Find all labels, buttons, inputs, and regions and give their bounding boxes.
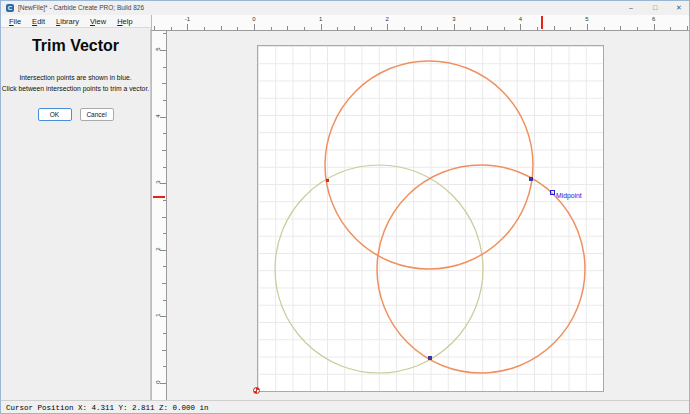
ruler-label: 4 bbox=[519, 16, 522, 22]
ruler-tick bbox=[163, 167, 166, 168]
intersection-point-red[interactable] bbox=[326, 179, 329, 182]
ruler-tick bbox=[171, 27, 172, 30]
ruler-tick bbox=[620, 26, 621, 30]
title-bar: C [NewFile]* - Carbide Create PRO; Build… bbox=[1, 1, 690, 15]
ruler-tick bbox=[554, 26, 555, 30]
ruler-label: 3 bbox=[452, 16, 455, 22]
ruler-tick bbox=[237, 27, 238, 30]
ruler-label: 5 bbox=[585, 16, 588, 22]
ruler-tick bbox=[163, 300, 166, 301]
ruler-tick bbox=[254, 24, 255, 30]
ruler-tick bbox=[321, 24, 322, 30]
ruler-tick bbox=[163, 233, 166, 234]
ruler-tick bbox=[163, 266, 166, 267]
ruler-tick bbox=[162, 350, 166, 351]
ruler-tick bbox=[537, 27, 538, 30]
ruler-tick bbox=[570, 27, 571, 30]
ruler-tick bbox=[454, 24, 455, 30]
ruler-tick bbox=[163, 366, 166, 367]
ruler-tick bbox=[163, 133, 166, 134]
menu-view[interactable]: View bbox=[90, 17, 106, 26]
ruler-label: 0 bbox=[155, 378, 161, 386]
panel-title: Trim Vector bbox=[1, 37, 150, 55]
ruler-tick bbox=[163, 333, 166, 334]
vector-drawing bbox=[167, 31, 690, 400]
circle-top-orange[interactable] bbox=[325, 61, 533, 269]
ruler-label: 3 bbox=[155, 178, 161, 186]
midpoint-snap-label: Midpoint bbox=[550, 190, 582, 199]
minimize-button[interactable]: – bbox=[619, 1, 643, 15]
ruler-label: 6 bbox=[652, 16, 655, 22]
ruler-tick bbox=[637, 27, 638, 30]
ruler-tick bbox=[354, 26, 355, 30]
status-bar: Cursor Position X: 4.311 Y: 2.811 Z: 0.0… bbox=[1, 400, 690, 414]
ruler-vertical: 012345 bbox=[151, 31, 167, 400]
instruction-line-1: Intersection points are shown in blue. bbox=[1, 72, 150, 83]
ruler-tick bbox=[163, 33, 166, 34]
ruler-label: 2 bbox=[386, 16, 389, 22]
menu-library[interactable]: Library bbox=[56, 17, 79, 26]
ruler-tick bbox=[187, 24, 188, 30]
ruler-tick bbox=[337, 27, 338, 30]
ruler-tick bbox=[487, 26, 488, 30]
ruler-tick bbox=[687, 26, 688, 30]
cursor-y-marker bbox=[153, 196, 165, 198]
ruler-tick bbox=[162, 283, 166, 284]
menu-help[interactable]: Help bbox=[117, 17, 132, 26]
ruler-tick bbox=[163, 67, 166, 68]
ruler-tick bbox=[371, 27, 372, 30]
trim-vector-panel: Trim Vector Intersection points are show… bbox=[1, 29, 151, 400]
menu-file[interactable]: File bbox=[9, 17, 21, 26]
ruler-tick bbox=[162, 150, 166, 151]
app-window: C [NewFile]* - Carbide Create PRO; Build… bbox=[0, 0, 690, 414]
design-canvas[interactable]: Midpoint bbox=[167, 31, 690, 400]
ruler-tick bbox=[163, 200, 166, 201]
cursor-position-text: Cursor Position X: 4.311 Y: 2.811 Z: 0.0… bbox=[6, 404, 209, 412]
circle-left-olive[interactable] bbox=[275, 165, 483, 373]
cursor-x-marker bbox=[541, 16, 543, 29]
ruler-tick bbox=[470, 27, 471, 30]
ruler-label: -1 bbox=[185, 16, 190, 22]
ruler-label: 1 bbox=[155, 311, 161, 319]
ruler-tick bbox=[604, 27, 605, 30]
ruler-horizontal: -10123456 bbox=[151, 15, 690, 31]
menu-edit[interactable]: Edit bbox=[32, 17, 45, 26]
ruler-tick bbox=[587, 24, 588, 30]
ruler-label: 4 bbox=[155, 112, 161, 120]
ruler-tick bbox=[437, 27, 438, 30]
ruler-tick bbox=[287, 26, 288, 30]
ruler-label: 1 bbox=[319, 16, 322, 22]
ruler-tick bbox=[221, 26, 222, 30]
ruler-tick bbox=[304, 27, 305, 30]
ruler-tick bbox=[421, 26, 422, 30]
ruler-tick bbox=[654, 24, 655, 30]
ruler-tick bbox=[271, 27, 272, 30]
ruler-tick bbox=[204, 27, 205, 30]
intersection-point-blue[interactable] bbox=[428, 356, 432, 360]
ruler-label: 5 bbox=[155, 45, 161, 53]
origin-marker bbox=[253, 387, 260, 394]
ruler-tick bbox=[670, 27, 671, 30]
ruler-label: 2 bbox=[155, 245, 161, 253]
ruler-label: 0 bbox=[252, 16, 255, 22]
ruler-tick bbox=[162, 83, 166, 84]
ruler-tick bbox=[387, 24, 388, 30]
intersection-point-blue[interactable] bbox=[529, 177, 533, 181]
window-controls: – □ ✕ bbox=[619, 1, 690, 15]
maximize-button[interactable]: □ bbox=[643, 1, 667, 15]
cancel-button[interactable]: Cancel bbox=[80, 108, 114, 121]
ruler-tick bbox=[163, 100, 166, 101]
ok-button[interactable]: OK bbox=[38, 108, 72, 121]
snap-mark-icon bbox=[550, 190, 555, 195]
ruler-tick bbox=[504, 27, 505, 30]
close-button[interactable]: ✕ bbox=[667, 1, 690, 15]
ruler-tick bbox=[162, 217, 166, 218]
ruler-tick bbox=[154, 26, 155, 30]
app-icon: C bbox=[6, 4, 14, 12]
window-title: [NewFile]* - Carbide Create PRO; Build 8… bbox=[18, 4, 144, 11]
menu-bar: FileEditLibraryViewHelp bbox=[1, 15, 151, 28]
ruler-tick bbox=[404, 27, 405, 30]
ruler-tick bbox=[520, 24, 521, 30]
instruction-line-2: Click between intersection points to tri… bbox=[1, 83, 150, 94]
